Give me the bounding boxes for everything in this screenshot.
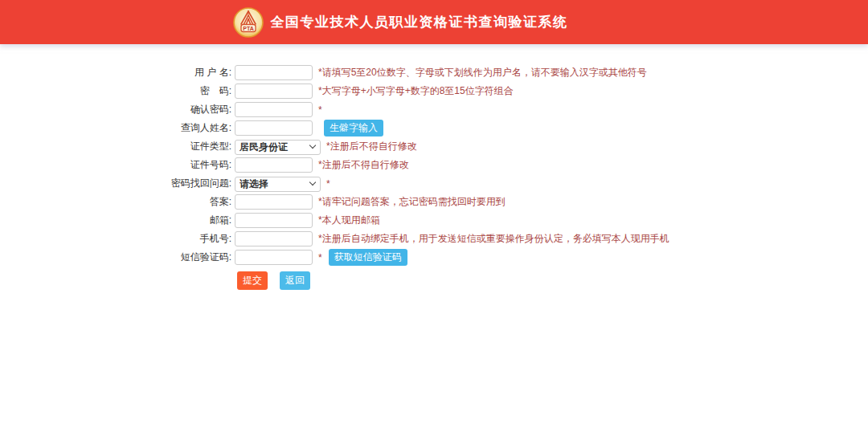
form-row-phone: 手机号: *注册后自动绑定手机，用于发送短信或重要操作身份认定，务必填写本人现用… (119, 231, 868, 246)
security-question-select[interactable]: 请选择 (235, 177, 321, 192)
form-row-name: 查询人姓名: 生僻字输入 (119, 120, 868, 136)
form-row-username: 用 户 名: *请填写5至20位数字、字母或下划线作为用户名，请不要输入汉字或其… (119, 65, 868, 80)
password-input[interactable] (235, 84, 313, 99)
answer-label: 答案: (119, 195, 231, 209)
id-type-label: 证件类型: (119, 140, 231, 153)
form-row-answer: 答案: *请牢记问题答案，忘记密码需找回时要用到 (119, 194, 868, 210)
header: PTA 全国专业技术人员职业资格证书查询验证系统 (0, 0, 868, 44)
phone-input[interactable] (235, 231, 313, 246)
id-type-select[interactable]: 居民身份证 (235, 140, 321, 155)
page-title: 全国专业技术人员职业资格证书查询验证系统 (271, 13, 568, 31)
security-question-hint: * (326, 178, 330, 189)
confirm-password-input[interactable] (235, 102, 313, 117)
confirm-password-label: 确认密码: (119, 103, 231, 116)
required-asterisk: * (318, 252, 322, 263)
answer-input[interactable] (235, 194, 313, 210)
rare-character-button[interactable]: 生僻字输入 (324, 120, 383, 136)
security-question-label: 密码找回问题: (119, 177, 231, 190)
form-actions: 提交 返回 (237, 271, 868, 290)
form-row-sms-code: 短信验证码: * 获取短信验证码 (119, 250, 868, 265)
email-hint: *本人现用邮箱 (318, 214, 380, 227)
id-number-input[interactable] (235, 157, 313, 173)
email-input[interactable] (235, 213, 313, 228)
form-row-password: 密 码: *大写字母+小写字母+数字的8至15位字符组合 (119, 84, 868, 99)
id-number-hint: *注册后不得自行修改 (318, 158, 409, 172)
form-row-security-question: 密码找回问题: 请选择 * (119, 176, 868, 191)
answer-hint: *请牢记问题答案，忘记密码需找回时要用到 (318, 195, 506, 209)
get-sms-code-button[interactable]: 获取短信验证码 (329, 249, 407, 266)
form-row-id-type: 证件类型: 居民身份证 *注册后不得自行修改 (119, 139, 868, 154)
confirm-password-hint: * (318, 104, 322, 116)
email-label: 邮箱: (119, 214, 231, 227)
pta-logo-icon: PTA (233, 7, 264, 38)
sms-code-input[interactable] (235, 250, 313, 265)
form-row-confirm-password: 确认密码: * (119, 102, 868, 117)
id-type-hint: *注册后不得自行修改 (326, 140, 417, 153)
password-hint: *大写字母+小写字母+数字的8至15位字符组合 (318, 84, 514, 98)
username-hint: *请填写5至20位数字、字母或下划线作为用户名，请不要输入汉字或其他符号 (318, 66, 647, 79)
id-number-label: 证件号码: (119, 158, 231, 172)
form-row-id-number: 证件号码: *注册后不得自行修改 (119, 157, 868, 173)
form-row-email: 邮箱: *本人现用邮箱 (119, 213, 868, 228)
registration-form: 用 户 名: *请填写5至20位数字、字母或下划线作为用户名，请不要输入汉字或其… (119, 65, 868, 290)
username-input[interactable] (235, 65, 313, 80)
back-button[interactable]: 返回 (280, 271, 310, 290)
security-question-select-wrap: 请选择 (235, 176, 321, 191)
username-label: 用 户 名: (119, 66, 231, 79)
name-label: 查询人姓名: (119, 121, 231, 135)
id-type-select-wrap: 居民身份证 (235, 139, 321, 154)
password-label: 密 码: (119, 84, 231, 98)
phone-label: 手机号: (119, 232, 231, 246)
submit-button[interactable]: 提交 (237, 271, 268, 290)
sms-code-label: 短信验证码: (119, 251, 231, 264)
phone-hint: *注册后自动绑定手机，用于发送短信或重要操作身份认定，务必填写本人现用手机 (318, 232, 669, 246)
name-input[interactable] (235, 120, 313, 136)
header-inner: PTA 全国专业技术人员职业资格证书查询验证系统 (233, 7, 568, 38)
logo-text: PTA (243, 25, 253, 31)
